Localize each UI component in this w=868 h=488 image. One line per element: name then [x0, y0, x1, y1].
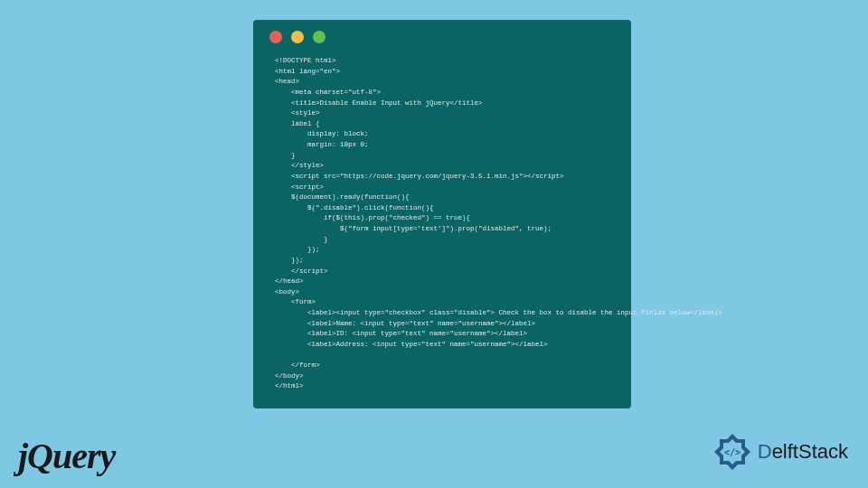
delftstack-logo: </> DelftStack: [712, 432, 848, 472]
window-controls: [253, 31, 631, 52]
delftstack-icon: </>: [712, 432, 752, 472]
close-icon: [269, 31, 282, 43]
code-window: <!DOCTYPE html> <html lang="en"> <head> …: [253, 20, 631, 408]
jquery-logo: jQuery: [18, 435, 115, 477]
minimize-icon: [291, 31, 304, 43]
delftstack-text: DelftStack: [758, 440, 848, 464]
code-block: <!DOCTYPE html> <html lang="en"> <head> …: [253, 52, 631, 401]
maximize-icon: [313, 31, 326, 43]
svg-text:</>: </>: [724, 447, 741, 457]
